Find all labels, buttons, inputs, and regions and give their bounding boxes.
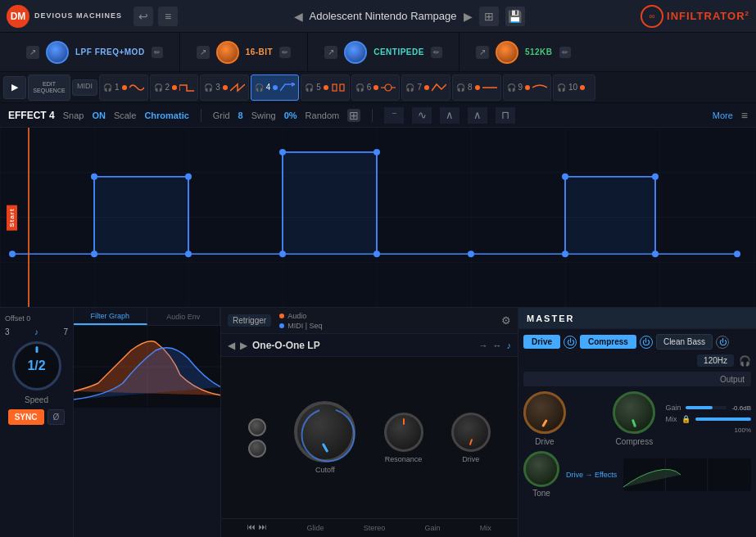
scale-value[interactable]: Chromatic [144,111,188,120]
drive-label-oo: Drive [462,455,479,463]
macro4-edit-icon[interactable]: ✏ [559,47,571,58]
devious-logo-icon: DM [7,5,29,28]
track-slot-1[interactable]: 🎧 1 [99,74,148,101]
menu-icon[interactable]: ≡ [158,7,178,26]
macro3-expand-icon[interactable]: ↗ [324,46,337,59]
track-shape-8 [482,83,497,93]
cutoff-knob[interactable] [294,401,355,463]
track-slot-10[interactable]: 🎧 10 [553,74,595,101]
track-slot-9[interactable]: 🎧 9 [503,74,552,101]
oo-prev-button[interactable]: ◀ [228,340,235,351]
resonance-knob[interactable] [384,413,423,452]
shape-sine-button[interactable]: ∿ [412,107,432,124]
next-transport-button[interactable]: ⏭ [259,522,267,531]
compress-tab[interactable]: Compress [580,335,636,349]
prev-transport-button[interactable]: ⏮ [247,522,256,531]
swing-value[interactable]: 0% [284,111,297,120]
track-slot-7[interactable]: 🎧 7 [401,74,450,101]
preset-save-icon[interactable]: 💾 [505,7,525,26]
retrigger-settings-icon[interactable]: ⚙ [501,314,511,327]
headphone-icon-1: 🎧 [103,83,112,92]
master-compress-knob[interactable] [613,391,655,434]
drive-power-button[interactable]: ⏻ [564,336,577,349]
preset-prev-button[interactable]: ◀ [294,10,303,23]
drive-tab[interactable]: Drive [523,335,560,349]
headphone-icon-8: 🎧 [456,83,465,92]
master-knobs-row: Drive Compress Gain -0.6dB [523,391,751,446]
gain-slider[interactable] [686,406,727,409]
menu-button[interactable]: ≡ [741,109,748,122]
midi-seq-option[interactable]: MIDI | Seq [279,322,322,330]
macro2-edit-icon[interactable]: ✏ [279,47,291,58]
retrigger-button[interactable]: Retrigger [228,314,271,327]
preset-grid-icon[interactable]: ⊞ [479,7,499,26]
macro4-expand-icon[interactable]: ↗ [476,46,489,59]
undo-button[interactable]: ↩ [134,7,153,26]
sync-row: SYNC Ø [8,409,66,425]
midi-button[interactable]: MIDI [72,79,97,96]
tone-knob[interactable] [523,451,559,487]
mix-slider[interactable] [695,417,751,421]
freq-value[interactable]: 120Hz [697,354,734,367]
svg-point-26 [652,174,659,180]
compress-power-button[interactable]: ⏻ [640,336,653,349]
shape-square-button[interactable]: ⊓ [496,107,515,124]
macro-lpf: ↗ LPF FREQ+MOD ✏ [10,33,180,71]
sequencer-area[interactable]: Start [0,128,756,308]
track-slot-4[interactable]: 🎧 4 [251,74,300,101]
svg-point-33 [302,409,355,462]
track-slot-6[interactable]: 🎧 6 [351,74,401,101]
more-button[interactable]: More [713,111,733,120]
sync-button[interactable]: SYNC [8,409,44,425]
shape-line-button[interactable]: ⁻ [384,107,404,124]
random-grid-icon[interactable]: ⊞ [347,109,360,122]
edit-sequence-button[interactable]: EDIT SEQUENCE [28,74,70,101]
shape-saw-button[interactable]: ∧ [440,107,459,124]
track-slot-8[interactable]: 🎧 8 [452,74,501,101]
grid-label: Grid [213,111,230,120]
headphone-icon-7: 🎧 [405,83,414,92]
grid-value[interactable]: 8 [238,111,243,120]
snap-value[interactable]: ON [92,111,106,120]
oo-accent-knob[interactable] [248,440,266,458]
clean-bass-tab[interactable]: Clean Bass [656,334,713,350]
play-button[interactable]: ▶ [3,76,26,99]
macro1-knob[interactable] [46,41,69,64]
headphone-icon-9: 🎧 [507,83,516,92]
macro3-knob[interactable] [344,41,367,64]
track-dot-10 [580,85,585,90]
track-slot-5[interactable]: 🎧 5 [301,74,350,101]
speed-num-left: 3 [5,327,10,336]
oo-next-button[interactable]: ▶ [240,340,247,351]
audio-env-tab[interactable]: Audio Env [147,308,221,325]
macro4-knob[interactable] [496,41,518,64]
track-slot-3[interactable]: 🎧 3 [200,74,249,101]
svg-point-17 [185,174,192,180]
filter-panel: Filter Graph Audio Env [74,308,221,537]
macro3-edit-icon[interactable]: ✏ [431,47,442,58]
note-icon[interactable]: ♪ [34,327,38,336]
sequencer-canvas[interactable] [0,128,756,307]
filter-graph-tab[interactable]: Filter Graph [74,308,147,325]
master-drive-knob[interactable] [523,391,566,434]
track-slot-2[interactable]: 🎧 2 [150,74,199,101]
macro2-knob[interactable] [216,41,239,64]
clean-bass-power-button[interactable]: ⏻ [716,336,729,349]
macro2-expand-icon[interactable]: ↗ [197,46,210,59]
master-headphone-icon[interactable]: 🎧 [739,355,751,367]
oo-knobs-area: Cutoff Resonance Drive [221,357,518,518]
macro1-edit-icon[interactable]: ✏ [152,47,163,58]
shape-tri-button[interactable]: ∧ [468,107,487,124]
drive-knob-oo[interactable] [451,413,491,452]
oo-glide-knob[interactable] [248,418,266,436]
drive-effects-link[interactable]: Drive → Effects [566,471,617,479]
output-label: Output [720,375,745,384]
speed-knob[interactable]: 1/2 [12,341,61,390]
preset-next-button[interactable]: ▶ [464,10,473,23]
audio-option[interactable]: Audio [279,312,322,320]
phi-button[interactable]: Ø [48,409,66,425]
svg-point-15 [91,174,97,180]
headphone-icon-6: 🎧 [355,83,364,92]
svg-point-16 [91,250,97,257]
macro1-expand-icon[interactable]: ↗ [26,46,39,59]
